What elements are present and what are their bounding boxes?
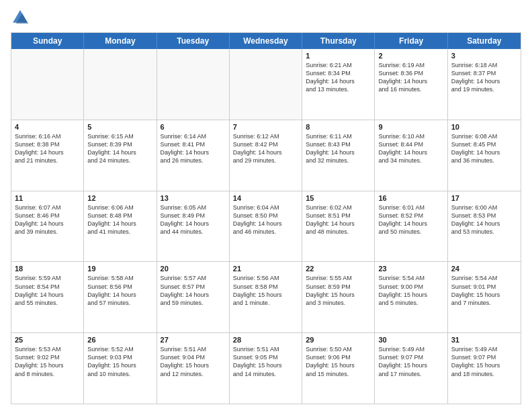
weekday-header-sunday: Sunday — [11, 33, 84, 49]
calendar-body: 1Sunrise: 6:21 AM Sunset: 8:34 PM Daylig… — [11, 49, 521, 404]
weekday-header-wednesday: Wednesday — [230, 33, 302, 49]
calendar-cell-30: 30Sunrise: 5:49 AM Sunset: 9:07 PM Dayli… — [375, 333, 447, 404]
day-number: 19 — [87, 265, 152, 273]
day-info: Sunrise: 5:53 AM Sunset: 9:02 PM Dayligh… — [15, 345, 80, 378]
weekday-header-friday: Friday — [375, 33, 447, 49]
calendar-cell-13: 13Sunrise: 6:05 AM Sunset: 8:49 PM Dayli… — [157, 191, 230, 262]
day-number: 29 — [306, 336, 371, 344]
day-number: 6 — [161, 123, 226, 131]
day-info: Sunrise: 6:06 AM Sunset: 8:48 PM Dayligh… — [87, 203, 152, 236]
calendar-week-5: 25Sunrise: 5:53 AM Sunset: 9:02 PM Dayli… — [11, 333, 521, 404]
day-info: Sunrise: 5:54 AM Sunset: 9:01 PM Dayligh… — [451, 274, 517, 307]
day-number: 9 — [378, 123, 443, 131]
day-info: Sunrise: 5:58 AM Sunset: 8:56 PM Dayligh… — [87, 274, 152, 307]
calendar-cell-2: 2Sunrise: 6:19 AM Sunset: 8:36 PM Daylig… — [375, 49, 447, 120]
day-info: Sunrise: 6:01 AM Sunset: 8:52 PM Dayligh… — [378, 203, 443, 236]
day-number: 2 — [378, 52, 443, 60]
calendar-week-3: 11Sunrise: 6:07 AM Sunset: 8:46 PM Dayli… — [11, 191, 521, 263]
logo — [11, 8, 32, 27]
day-info: Sunrise: 6:08 AM Sunset: 8:45 PM Dayligh… — [451, 132, 517, 165]
day-info: Sunrise: 5:49 AM Sunset: 9:07 PM Dayligh… — [451, 345, 517, 378]
day-info: Sunrise: 6:11 AM Sunset: 8:43 PM Dayligh… — [306, 132, 371, 165]
day-info: Sunrise: 6:04 AM Sunset: 8:50 PM Dayligh… — [233, 203, 298, 236]
day-number: 24 — [451, 265, 517, 273]
day-info: Sunrise: 5:54 AM Sunset: 9:00 PM Dayligh… — [378, 274, 443, 307]
calendar-cell-20: 20Sunrise: 5:57 AM Sunset: 8:57 PM Dayli… — [157, 262, 230, 332]
calendar-cell-empty-0-2 — [157, 49, 230, 120]
day-info: Sunrise: 6:00 AM Sunset: 8:53 PM Dayligh… — [451, 203, 517, 236]
calendar-cell-5: 5Sunrise: 6:15 AM Sunset: 8:39 PM Daylig… — [84, 120, 157, 191]
day-info: Sunrise: 5:52 AM Sunset: 9:03 PM Dayligh… — [87, 345, 152, 378]
day-info: Sunrise: 6:21 AM Sunset: 8:34 PM Dayligh… — [306, 61, 371, 94]
calendar-cell-19: 19Sunrise: 5:58 AM Sunset: 8:56 PM Dayli… — [84, 262, 157, 332]
day-info: Sunrise: 5:51 AM Sunset: 9:05 PM Dayligh… — [233, 345, 298, 378]
weekday-header-thursday: Thursday — [302, 33, 375, 49]
weekday-header-tuesday: Tuesday — [157, 33, 230, 49]
calendar-cell-9: 9Sunrise: 6:10 AM Sunset: 8:44 PM Daylig… — [375, 120, 447, 191]
calendar-cell-10: 10Sunrise: 6:08 AM Sunset: 8:45 PM Dayli… — [448, 120, 521, 191]
day-number: 17 — [451, 194, 517, 202]
day-number: 13 — [161, 194, 226, 202]
day-number: 16 — [378, 194, 443, 202]
day-number: 15 — [306, 194, 371, 202]
calendar-cell-12: 12Sunrise: 6:06 AM Sunset: 8:48 PM Dayli… — [84, 191, 157, 262]
day-info: Sunrise: 6:15 AM Sunset: 8:39 PM Dayligh… — [87, 132, 152, 165]
day-info: Sunrise: 6:14 AM Sunset: 8:41 PM Dayligh… — [161, 132, 226, 165]
day-number: 26 — [87, 336, 152, 344]
calendar-cell-11: 11Sunrise: 6:07 AM Sunset: 8:46 PM Dayli… — [11, 191, 84, 262]
calendar-week-4: 18Sunrise: 5:59 AM Sunset: 8:54 PM Dayli… — [11, 262, 521, 333]
calendar-cell-8: 8Sunrise: 6:11 AM Sunset: 8:43 PM Daylig… — [302, 120, 375, 191]
calendar-cell-21: 21Sunrise: 5:56 AM Sunset: 8:58 PM Dayli… — [230, 262, 302, 332]
day-number: 31 — [451, 336, 517, 344]
day-info: Sunrise: 5:49 AM Sunset: 9:07 PM Dayligh… — [378, 345, 443, 378]
day-number: 21 — [233, 265, 298, 273]
day-info: Sunrise: 6:16 AM Sunset: 8:38 PM Dayligh… — [15, 132, 80, 165]
day-number: 22 — [306, 265, 371, 273]
day-number: 3 — [451, 52, 517, 60]
calendar-cell-4: 4Sunrise: 6:16 AM Sunset: 8:38 PM Daylig… — [11, 120, 84, 191]
calendar-week-2: 4Sunrise: 6:16 AM Sunset: 8:38 PM Daylig… — [11, 120, 521, 191]
calendar-cell-29: 29Sunrise: 5:50 AM Sunset: 9:06 PM Dayli… — [302, 333, 375, 404]
calendar-cell-23: 23Sunrise: 5:54 AM Sunset: 9:00 PM Dayli… — [375, 262, 447, 332]
day-number: 20 — [161, 265, 226, 273]
header — [11, 8, 521, 27]
calendar-cell-empty-0-0 — [11, 49, 84, 120]
day-number: 27 — [161, 336, 226, 344]
day-number: 18 — [15, 265, 80, 273]
calendar-cell-7: 7Sunrise: 6:12 AM Sunset: 8:42 PM Daylig… — [230, 120, 302, 191]
calendar-cell-3: 3Sunrise: 6:18 AM Sunset: 8:37 PM Daylig… — [448, 49, 521, 120]
day-info: Sunrise: 6:02 AM Sunset: 8:51 PM Dayligh… — [306, 203, 371, 236]
calendar-cell-empty-0-3 — [230, 49, 302, 120]
day-number: 28 — [233, 336, 298, 344]
day-number: 14 — [233, 194, 298, 202]
calendar-cell-17: 17Sunrise: 6:00 AM Sunset: 8:53 PM Dayli… — [448, 191, 521, 262]
day-number: 23 — [378, 265, 443, 273]
day-number: 10 — [451, 123, 517, 131]
day-info: Sunrise: 5:59 AM Sunset: 8:54 PM Dayligh… — [15, 274, 80, 307]
calendar-week-1: 1Sunrise: 6:21 AM Sunset: 8:34 PM Daylig… — [11, 49, 521, 120]
calendar-cell-6: 6Sunrise: 6:14 AM Sunset: 8:41 PM Daylig… — [157, 120, 230, 191]
page: SundayMondayTuesdayWednesdayThursdayFrid… — [0, 0, 532, 411]
calendar-cell-22: 22Sunrise: 5:55 AM Sunset: 8:59 PM Dayli… — [302, 262, 375, 332]
day-info: Sunrise: 5:51 AM Sunset: 9:04 PM Dayligh… — [161, 345, 226, 378]
day-number: 4 — [15, 123, 80, 131]
calendar-cell-18: 18Sunrise: 5:59 AM Sunset: 8:54 PM Dayli… — [11, 262, 84, 332]
day-info: Sunrise: 5:56 AM Sunset: 8:58 PM Dayligh… — [233, 274, 298, 307]
calendar: SundayMondayTuesdayWednesdayThursdayFrid… — [11, 32, 521, 404]
day-info: Sunrise: 5:57 AM Sunset: 8:57 PM Dayligh… — [161, 274, 226, 307]
calendar-cell-16: 16Sunrise: 6:01 AM Sunset: 8:52 PM Dayli… — [375, 191, 447, 262]
day-info: Sunrise: 5:50 AM Sunset: 9:06 PM Dayligh… — [306, 345, 371, 378]
calendar-header-row: SundayMondayTuesdayWednesdayThursdayFrid… — [11, 33, 521, 49]
calendar-cell-15: 15Sunrise: 6:02 AM Sunset: 8:51 PM Dayli… — [302, 191, 375, 262]
calendar-cell-14: 14Sunrise: 6:04 AM Sunset: 8:50 PM Dayli… — [230, 191, 302, 262]
calendar-cell-31: 31Sunrise: 5:49 AM Sunset: 9:07 PM Dayli… — [448, 333, 521, 404]
day-info: Sunrise: 5:55 AM Sunset: 8:59 PM Dayligh… — [306, 274, 371, 307]
weekday-header-monday: Monday — [84, 33, 157, 49]
day-number: 30 — [378, 336, 443, 344]
calendar-cell-empty-0-1 — [84, 49, 157, 120]
calendar-cell-28: 28Sunrise: 5:51 AM Sunset: 9:05 PM Dayli… — [230, 333, 302, 404]
calendar-cell-27: 27Sunrise: 5:51 AM Sunset: 9:04 PM Dayli… — [157, 333, 230, 404]
day-number: 12 — [87, 194, 152, 202]
day-number: 5 — [87, 123, 152, 131]
calendar-cell-26: 26Sunrise: 5:52 AM Sunset: 9:03 PM Dayli… — [84, 333, 157, 404]
